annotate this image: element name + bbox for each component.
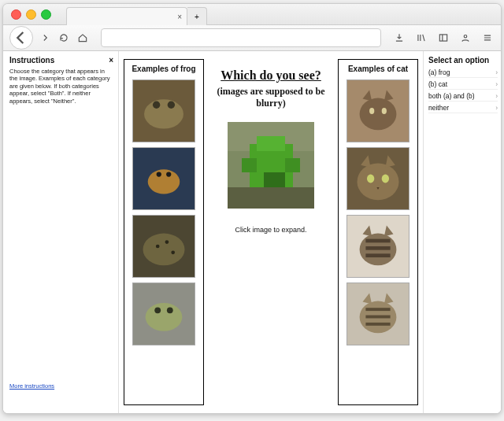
url-input[interactable] bbox=[101, 28, 381, 47]
option-a[interactable]: (a) frog › bbox=[428, 68, 498, 78]
home-icon bbox=[77, 32, 88, 43]
svg-rect-26 bbox=[264, 172, 286, 186]
options-panel: Select an option (a) frog › (b) cat › bo… bbox=[423, 51, 501, 413]
example-image[interactable] bbox=[132, 147, 195, 210]
zoom-window-button[interactable] bbox=[41, 9, 51, 20]
task-area: Examples of frog Which do you see? (imag… bbox=[119, 51, 423, 413]
svg-point-35 bbox=[357, 164, 398, 201]
instructions-close-icon[interactable]: × bbox=[109, 56, 113, 65]
chevron-right-icon: › bbox=[495, 104, 498, 112]
more-instructions-link[interactable]: More instructions bbox=[9, 382, 113, 390]
arrow-left-icon bbox=[10, 27, 32, 49]
option-label: neither bbox=[428, 104, 449, 112]
svg-point-12 bbox=[156, 245, 160, 249]
svg-rect-44 bbox=[365, 253, 390, 257]
examples-b-title: Examples of cat bbox=[348, 65, 408, 73]
account-button[interactable] bbox=[458, 31, 472, 45]
titlebar: × + bbox=[3, 4, 501, 25]
new-tab-button[interactable]: + bbox=[187, 7, 207, 25]
sidebar-icon bbox=[438, 32, 449, 43]
svg-point-14 bbox=[171, 250, 175, 254]
downloads-button[interactable] bbox=[392, 31, 406, 45]
svg-rect-42 bbox=[365, 239, 390, 243]
svg-point-8 bbox=[157, 172, 161, 176]
browser-tab[interactable]: × bbox=[66, 7, 187, 25]
svg-rect-25 bbox=[271, 136, 285, 150]
svg-point-13 bbox=[165, 240, 169, 244]
svg-rect-24 bbox=[257, 136, 271, 150]
svg-rect-51 bbox=[365, 323, 390, 326]
question-caption: Click image to expand. bbox=[235, 226, 306, 234]
svg-point-33 bbox=[382, 108, 387, 114]
svg-point-3 bbox=[144, 99, 183, 128]
hamburger-icon bbox=[482, 32, 493, 43]
svg-point-32 bbox=[369, 108, 374, 114]
option-label: (a) frog bbox=[428, 68, 450, 76]
question-subtitle: (images are supposed to be blurry) bbox=[212, 86, 330, 109]
example-image[interactable] bbox=[346, 215, 410, 278]
example-image[interactable] bbox=[346, 147, 410, 210]
examples-b-list bbox=[342, 79, 414, 345]
examples-a-list bbox=[128, 79, 200, 345]
example-image[interactable] bbox=[132, 79, 195, 142]
browser-window: × + bbox=[2, 3, 502, 414]
examples-a-title: Examples of frog bbox=[132, 65, 195, 73]
arrow-right-icon bbox=[39, 32, 50, 43]
menu-button[interactable] bbox=[480, 31, 495, 45]
svg-point-9 bbox=[166, 172, 171, 176]
tab-close-icon[interactable]: × bbox=[177, 13, 182, 21]
svg-rect-22 bbox=[242, 158, 256, 172]
home-button[interactable] bbox=[76, 31, 90, 45]
forward-button[interactable] bbox=[38, 31, 52, 45]
question-column: Which do you see? (images are supposed t… bbox=[209, 59, 333, 405]
svg-rect-0 bbox=[439, 35, 447, 41]
question-image[interactable] bbox=[228, 122, 314, 209]
account-icon bbox=[460, 32, 471, 43]
download-icon bbox=[394, 32, 405, 43]
svg-point-38 bbox=[367, 175, 374, 183]
example-image[interactable] bbox=[346, 79, 410, 142]
chevron-right-icon: › bbox=[495, 92, 498, 100]
instructions-text: Choose the category that appears in the … bbox=[9, 68, 113, 105]
option-b[interactable]: (b) cat › bbox=[428, 79, 498, 90]
svg-rect-23 bbox=[285, 158, 299, 172]
svg-rect-50 bbox=[365, 316, 390, 319]
svg-point-18 bbox=[167, 307, 173, 313]
reload-icon bbox=[58, 32, 69, 43]
question-title: Which do you see? bbox=[220, 68, 321, 83]
example-image[interactable] bbox=[132, 215, 195, 278]
instructions-panel: Instructions × Choose the category that … bbox=[3, 51, 119, 413]
svg-point-4 bbox=[153, 102, 160, 109]
library-icon bbox=[416, 32, 427, 43]
option-both[interactable]: both (a) and (b) › bbox=[428, 91, 498, 102]
library-button[interactable] bbox=[414, 31, 428, 45]
svg-rect-49 bbox=[365, 308, 390, 311]
option-neither[interactable]: neither › bbox=[428, 103, 498, 113]
svg-rect-27 bbox=[228, 187, 314, 209]
example-image[interactable] bbox=[132, 283, 195, 345]
example-image[interactable] bbox=[346, 283, 410, 345]
option-label: both (a) and (b) bbox=[428, 92, 475, 100]
svg-point-16 bbox=[146, 303, 183, 331]
minimize-window-button[interactable] bbox=[26, 9, 36, 20]
reload-button[interactable] bbox=[57, 31, 71, 45]
svg-point-1 bbox=[464, 35, 467, 39]
svg-point-11 bbox=[143, 234, 184, 266]
svg-rect-43 bbox=[365, 246, 390, 250]
close-window-button[interactable] bbox=[11, 9, 21, 20]
back-button[interactable] bbox=[9, 26, 33, 50]
options-list: (a) frog › (b) cat › both (a) and (b) › … bbox=[428, 68, 498, 113]
svg-point-39 bbox=[382, 175, 389, 183]
tab-strip: × + bbox=[66, 7, 207, 25]
instructions-heading: Instructions bbox=[9, 56, 54, 65]
svg-point-5 bbox=[168, 102, 175, 109]
window-controls bbox=[11, 9, 51, 20]
chevron-right-icon: › bbox=[495, 80, 498, 88]
svg-point-29 bbox=[360, 98, 397, 131]
plus-icon: + bbox=[195, 13, 199, 21]
page: Instructions × Choose the category that … bbox=[3, 51, 501, 413]
svg-point-7 bbox=[148, 169, 180, 194]
sidebar-button[interactable] bbox=[436, 31, 450, 45]
examples-column-b: Examples of cat bbox=[338, 59, 418, 405]
option-label: (b) cat bbox=[428, 80, 447, 88]
